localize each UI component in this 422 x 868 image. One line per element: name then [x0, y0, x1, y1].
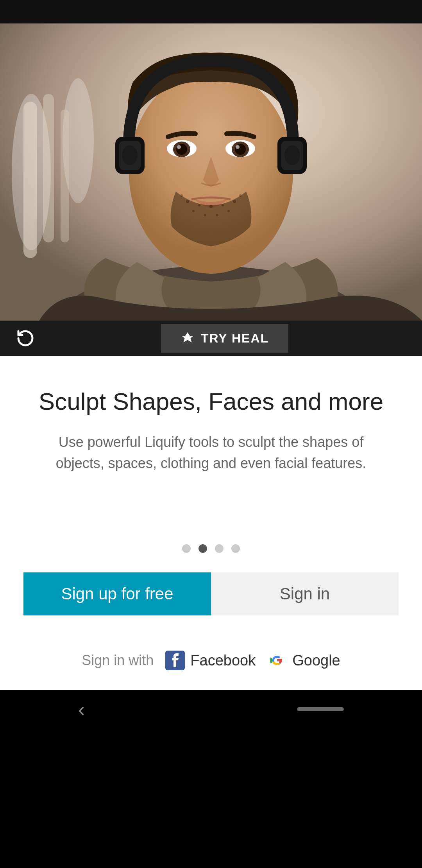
facebook-icon	[165, 651, 185, 670]
social-row: Sign in with Facebook Google	[0, 631, 422, 690]
svg-point-16	[236, 145, 240, 149]
back-button[interactable]: ‹	[78, 698, 85, 721]
home-indicator[interactable]	[297, 707, 344, 711]
facebook-label: Facebook	[190, 652, 256, 669]
google-signin-button[interactable]: Google	[267, 651, 340, 670]
svg-rect-5	[61, 109, 69, 242]
hero-image	[0, 23, 422, 321]
try-heal-button[interactable]: TRY HEAL	[161, 324, 288, 353]
svg-point-30	[122, 145, 138, 165]
svg-point-25	[216, 214, 218, 216]
svg-rect-3	[23, 102, 37, 258]
nav-bar: ‹	[0, 690, 422, 729]
heal-icon	[181, 331, 195, 345]
person-svg	[0, 23, 422, 321]
status-bar	[0, 0, 422, 23]
svg-point-19	[209, 205, 213, 208]
signup-button[interactable]: Sign up for free	[23, 572, 211, 615]
signin-label: Sign in	[280, 585, 330, 603]
svg-point-23	[192, 210, 195, 212]
google-icon	[267, 651, 287, 670]
main-title: Sculpt Shapes, Faces and more	[39, 387, 383, 416]
svg-point-21	[233, 200, 236, 203]
svg-point-18	[198, 204, 200, 206]
svg-point-24	[204, 214, 206, 216]
description: Use powerful Liquify tools to sculpt the…	[51, 432, 371, 474]
reset-icon	[16, 329, 35, 348]
svg-point-20	[222, 204, 224, 206]
content-area: Sculpt Shapes, Faces and more Use powerf…	[0, 356, 422, 631]
svg-point-26	[227, 210, 230, 212]
page-dots	[182, 544, 240, 553]
sign-in-with-text: Sign in with	[82, 652, 154, 669]
toolbar: TRY HEAL	[0, 321, 422, 356]
reset-button[interactable]	[12, 325, 39, 352]
signin-button[interactable]: Sign in	[211, 572, 399, 615]
svg-rect-4	[43, 94, 54, 242]
try-heal-label: TRY HEAL	[201, 331, 269, 346]
svg-point-17	[186, 200, 189, 203]
google-label: Google	[292, 652, 340, 669]
dot-1[interactable]	[182, 544, 191, 553]
svg-point-27	[239, 194, 241, 197]
svg-point-22	[181, 194, 183, 197]
svg-point-33	[284, 145, 300, 165]
cta-row: Sign up for free Sign in	[23, 572, 399, 615]
svg-point-12	[177, 145, 181, 149]
dot-4[interactable]	[231, 544, 240, 553]
signup-label: Sign up for free	[61, 585, 173, 603]
dot-3[interactable]	[215, 544, 224, 553]
dot-2[interactable]	[198, 544, 207, 553]
facebook-signin-button[interactable]: Facebook	[165, 651, 256, 670]
